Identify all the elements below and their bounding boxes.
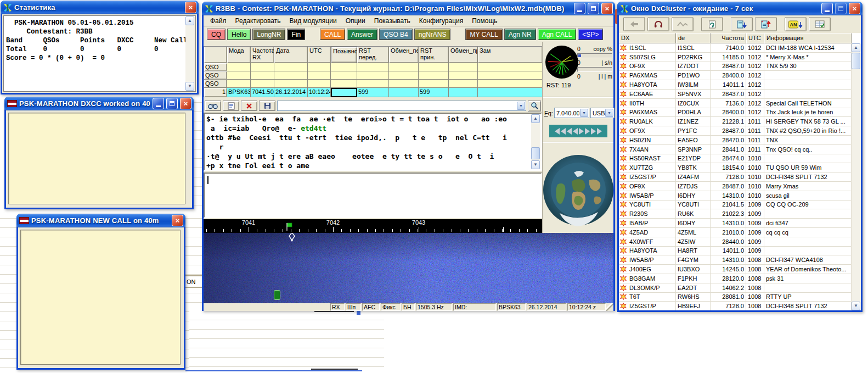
log-cell[interactable]: [308, 80, 331, 88]
maximize-button[interactable]: [166, 98, 178, 109]
log-col-header-RST прин.[interactable]: RST прин.: [419, 47, 449, 63]
minimize-button[interactable]: [153, 98, 164, 109]
log-cell[interactable]: [251, 63, 274, 71]
log-cell[interactable]: 599: [419, 88, 449, 97]
back-arrow-icon[interactable]: [623, 17, 645, 31]
log-col-header-Частота RX[interactable]: Частота RX: [251, 47, 274, 63]
dx-spot-row[interactable]: YC8UTIYC8UTI21041.51009CQ CQ OC-209: [619, 201, 852, 210]
log-callsign-cell[interactable]: [331, 88, 357, 97]
step-right-icon[interactable]: [597, 128, 602, 135]
dx-spot-row[interactable]: S507SLGPD2RKG14185.01012* Merry X-Mas *: [619, 53, 852, 62]
dx-spot-row[interactable]: HS0ZINEA5EO28470.01011TNX: [619, 136, 852, 145]
log-cell[interactable]: [274, 71, 308, 80]
binoculars-icon[interactable]: [205, 101, 221, 111]
step-left-icon[interactable]: [573, 128, 578, 135]
dx-spot-row[interactable]: 7X4ANSP3NNP28441.01011Tnx QSO! cq cq..: [619, 145, 852, 154]
log-row-label[interactable]: QSO: [204, 63, 227, 71]
macro-button-CQ[interactable]: CQ: [207, 29, 226, 40]
dx-spot-row[interactable]: R230SRU6K21022.31009: [619, 209, 852, 219]
headphones-icon[interactable]: [647, 17, 669, 31]
log-col-header-Обмен_пер[interactable]: Обмен_пер: [389, 47, 419, 63]
status-БН[interactable]: БН: [402, 303, 415, 311]
minimize-button[interactable]: [821, 3, 833, 14]
log-col-header-Мода[interactable]: Мода: [227, 47, 251, 63]
dxcluster-scrollbar[interactable]: ▲ ▼: [852, 43, 861, 310]
log-col-header-Зам[interactable]: Зам: [478, 47, 543, 63]
log-cell[interactable]: [308, 63, 331, 71]
dx-spot-row[interactable]: IZ5GST/PHB9EFJ7128.01008DCI-FI348 SPLIT …: [619, 302, 852, 310]
menu-item-Показывать[interactable]: Показывать: [370, 16, 415, 26]
menu-item-Опции[interactable]: Опции: [341, 16, 370, 26]
log-cell[interactable]: [389, 88, 419, 97]
page-upload-icon[interactable]: *: [755, 17, 777, 31]
dx-spot-row[interactable]: XU7TZGYB8TK18154.01010TU QSO UR 59 Wim: [619, 163, 852, 172]
macro-button-Agn CALL[interactable]: Agn CALL: [538, 29, 577, 40]
rx-marker-flag-icon[interactable]: [286, 222, 292, 233]
log-cell[interactable]: [227, 63, 251, 71]
scroll-up-icon[interactable]: ▲: [185, 16, 194, 25]
log-cell[interactable]: [419, 63, 449, 71]
announce-filter-icon[interactable]: AN: [785, 17, 807, 31]
close-button[interactable]: ×: [180, 98, 191, 109]
log-cell[interactable]: 26.12.2014: [274, 88, 308, 97]
maximize-button[interactable]: [835, 3, 847, 14]
search-magnifier-icon[interactable]: [528, 101, 541, 112]
macro-button-<SP>[interactable]: <SP>: [578, 29, 603, 40]
close-button[interactable]: ×: [601, 3, 613, 14]
tx-input-area[interactable]: [204, 172, 542, 218]
waterfall-frequency-scale[interactable]: 704170427043: [204, 219, 542, 233]
dx-spot-row[interactable]: BG8GAMF1PKH28120.01008psk 31: [619, 274, 852, 283]
chevron-down-icon[interactable]: ▼: [580, 109, 588, 117]
dx-spot-row[interactable]: PA6XMASPD0HLA28400.01012Thx Jack leuk je…: [619, 108, 852, 118]
step-right-icon[interactable]: [585, 128, 590, 135]
statistics-titlebar[interactable]: Статистика ×: [1, 1, 199, 14]
log-col-header-Обмен_при[interactable]: Обмен_при: [449, 47, 478, 63]
dx-spot-row[interactable]: 4Z5AD4Z5ML21010.01009cq cq cq: [619, 228, 852, 237]
log-cell[interactable]: [478, 88, 543, 97]
close-button[interactable]: ×: [172, 215, 183, 226]
waterfall-display[interactable]: [204, 233, 613, 303]
close-button[interactable]: ×: [849, 3, 860, 14]
status-BPSK63[interactable]: BPSK63: [497, 303, 526, 311]
menu-item-Конфигурация[interactable]: Конфигурация: [415, 16, 468, 26]
macro-button-LongNR[interactable]: LongNR: [252, 29, 285, 40]
rx-decoded-text-area[interactable]: $- ie txihol-e ea fa ae ·et te eroi»o t …: [204, 113, 542, 171]
main-titlebar[interactable]: R3BB - Contest: PSK-MARATHON - Текущий ж…: [202, 2, 615, 15]
resize-grip[interactable]: [606, 303, 613, 311]
log-cell[interactable]: [331, 63, 357, 71]
log-row-number[interactable]: 1: [204, 88, 227, 97]
page-download-icon[interactable]: [731, 17, 753, 31]
step-right-icon[interactable]: [579, 128, 584, 135]
dx-spot-row[interactable]: EC6AAESP5NVX28437.01012: [619, 90, 852, 99]
log-col-header-RST перед.[interactable]: RST перед.: [357, 47, 389, 63]
statistics-scrollbar[interactable]: ▲ ▼: [185, 16, 195, 91]
dx-spot-row[interactable]: II0THIZ0CUX7136.01012Special Call TELETH…: [619, 99, 852, 108]
dx-spot-row[interactable]: RU0ALKIZ1NEZ21228.11011HI SERGEY TNX 58 …: [619, 117, 852, 126]
log-cell[interactable]: [274, 63, 308, 71]
log-cell[interactable]: [389, 80, 419, 88]
rx-scrollbar[interactable]: ▲ ▼: [531, 114, 540, 169]
scroll-up-icon[interactable]: ▲: [531, 114, 540, 123]
dx-spot-row[interactable]: I1SCLI1SCL7140.01012DCI IM-188 WCA I-125…: [619, 43, 852, 53]
log-cell[interactable]: [478, 63, 543, 71]
dx-spot-row[interactable]: I5AB/PI6DHY14310.01009dci fi347: [619, 219, 852, 228]
log-cell[interactable]: [389, 71, 419, 80]
log-cell[interactable]: [227, 71, 251, 80]
scroll-thumb[interactable]: [852, 53, 860, 69]
step-right-icon[interactable]: [591, 128, 596, 135]
log-cell[interactable]: [449, 88, 478, 97]
log-col-header-Дата[interactable]: Дата: [274, 47, 308, 63]
step-left-icon[interactable]: [567, 128, 572, 135]
dx-spot-row[interactable]: OF9XIZ7DOT28487.01012TNX 5/9 30: [619, 62, 852, 71]
dx-spot-row[interactable]: HA8YOTAIW3ILM14011.11012: [619, 80, 852, 90]
dx-col-header-DX[interactable]: DX: [619, 33, 676, 43]
log-col-header-Позывной[interactable]: Позывной: [331, 47, 357, 63]
grid-settings-icon[interactable]: [809, 17, 831, 31]
dx-spot-row[interactable]: OF9XPY1FC28487.01011TNX #2 QSO,59+20 in …: [619, 126, 852, 136]
log-cell[interactable]: [478, 71, 543, 80]
macro-button-ngNrANS[interactable]: ngNrANS: [414, 29, 451, 40]
log-cell[interactable]: 10:12:24: [308, 88, 331, 97]
scroll-down-icon[interactable]: ▼: [185, 82, 194, 91]
log-row-label[interactable]: QSO: [204, 71, 227, 80]
mode-combobox[interactable]: USB ▼: [590, 108, 615, 118]
